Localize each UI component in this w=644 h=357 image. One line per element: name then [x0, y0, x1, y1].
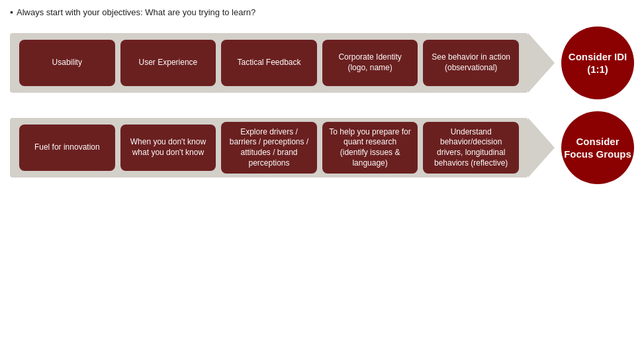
row2: Fuel for innovation When you don't know …: [10, 111, 634, 184]
arrow-items-1: Usability User Experience Tactical Feedb…: [10, 33, 528, 93]
row1-item-4: See behavior in action (observational): [423, 40, 519, 86]
consider-circle-1: Consider IDI (1:1): [561, 26, 634, 99]
row1-item-1: User Experience: [120, 40, 216, 86]
row1: Usability User Experience Tactical Feedb…: [10, 26, 634, 99]
row1-item-0: Usability: [19, 40, 115, 86]
arrow-band-2: Fuel for innovation When you don't know …: [10, 111, 548, 184]
bullet-icon: ▪: [10, 7, 13, 17]
row2-item-0: Fuel for innovation: [19, 125, 115, 171]
row2-item-4: Understand behavior/decision drivers, lo…: [423, 122, 519, 174]
header: ▪ Always start with your objectives: Wha…: [10, 7, 634, 17]
row1-item-3: Corporate Identity (logo, name): [322, 40, 418, 86]
arrow-items-2: Fuel for innovation When you don't know …: [10, 115, 528, 180]
page-container: ▪ Always start with your objectives: Wha…: [0, 0, 644, 357]
row2-item-1: When you don't know what you don't know: [120, 125, 216, 171]
arrow-band-1: Usability User Experience Tactical Feedb…: [10, 26, 548, 99]
row2-item-3: To help you prepare for quant research (…: [322, 122, 418, 174]
consider-circle-2: Consider Focus Groups: [561, 111, 634, 184]
row1-item-2: Tactical Feedback: [221, 40, 317, 86]
header-text: Always start with your objectives: What …: [17, 7, 255, 17]
row2-item-2: Explore drivers / barriers / perceptions…: [221, 122, 317, 174]
